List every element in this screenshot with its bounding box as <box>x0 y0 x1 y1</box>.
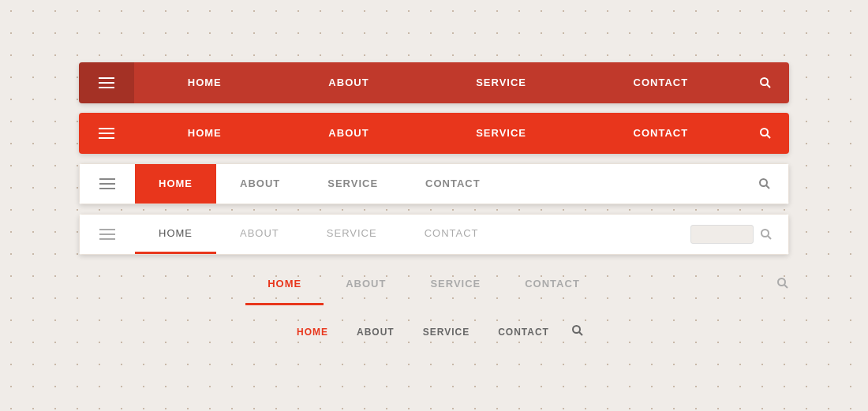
nav1-about[interactable]: ABOUT <box>312 77 384 88</box>
navbar-4: HOME ABOUT SERVICE CONTACT <box>79 214 789 255</box>
svg-line-11 <box>579 332 582 335</box>
nav6-search-button[interactable] <box>571 324 584 340</box>
nav6-service[interactable]: SERVICE <box>410 327 482 338</box>
nav3-service[interactable]: SERVICE <box>304 164 402 204</box>
nav1-contact[interactable]: CONTACT <box>618 77 705 88</box>
nav1-search-button[interactable] <box>742 77 789 89</box>
svg-point-0 <box>761 78 768 85</box>
navbar-2: HOME ABOUT SERVICE CONTACT <box>79 113 789 154</box>
nav3-bar: HOME ABOUT SERVICE CONTACT <box>79 163 789 204</box>
nav4-search-area <box>690 225 779 244</box>
nav3-search-button[interactable] <box>741 177 788 190</box>
nav3-links: HOME ABOUT SERVICE CONTACT <box>135 164 741 204</box>
hamburger-icon-1 <box>99 77 114 88</box>
nav6-links: HOME ABOUT SERVICE CONTACT <box>284 324 584 340</box>
nav5-service[interactable]: SERVICE <box>408 264 503 305</box>
svg-line-5 <box>766 185 769 189</box>
nav3-home[interactable]: HOME <box>135 164 216 204</box>
svg-line-1 <box>767 84 770 88</box>
nav1-links: HOME ABOUT SERVICE CONTACT <box>134 77 742 88</box>
nav2-search-button[interactable] <box>742 127 789 140</box>
navbar-5: HOME ABOUT SERVICE CONTACT <box>79 264 789 305</box>
hamburger-button-3[interactable] <box>80 164 135 204</box>
hamburger-icon-4 <box>99 229 115 240</box>
nav6-home[interactable]: HOME <box>284 327 341 338</box>
nav4-about[interactable]: ABOUT <box>216 215 303 254</box>
svg-point-2 <box>761 129 768 136</box>
svg-line-3 <box>767 135 770 138</box>
nav1-home[interactable]: HOME <box>172 77 238 88</box>
nav5-home[interactable]: HOME <box>245 264 324 305</box>
nav2-service[interactable]: SERVICE <box>460 127 542 139</box>
navbar-1: HOME ABOUT SERVICE CONTACT <box>79 62 789 103</box>
svg-point-8 <box>778 278 785 286</box>
nav4-search-button[interactable] <box>754 228 779 241</box>
nav4-search-input[interactable] <box>690 225 754 244</box>
navbar-6: HOME ABOUT SERVICE CONTACT <box>79 315 789 349</box>
nav5-links: HOME ABOUT SERVICE CONTACT <box>79 264 769 305</box>
hamburger-button-1[interactable] <box>79 62 134 103</box>
nav5-about[interactable]: ABOUT <box>324 264 408 305</box>
svg-line-7 <box>768 236 771 239</box>
nav4-home[interactable]: HOME <box>135 215 216 254</box>
hamburger-icon-2 <box>99 128 114 139</box>
nav6-contact[interactable]: CONTACT <box>485 327 562 338</box>
svg-line-9 <box>784 285 788 288</box>
nav5-search-button[interactable] <box>776 277 789 293</box>
nav2-home[interactable]: HOME <box>172 127 238 139</box>
svg-point-10 <box>573 326 580 333</box>
nav5-contact[interactable]: CONTACT <box>503 264 602 305</box>
hamburger-icon-3 <box>99 178 115 189</box>
svg-point-4 <box>760 179 767 186</box>
nav3-about[interactable]: ABOUT <box>216 164 304 204</box>
hamburger-button-4[interactable] <box>80 215 135 254</box>
nav1-service[interactable]: SERVICE <box>460 77 542 88</box>
nav2-bar: HOME ABOUT SERVICE CONTACT <box>79 113 789 154</box>
hamburger-button-2[interactable] <box>79 113 134 154</box>
nav4-contact[interactable]: CONTACT <box>401 215 503 254</box>
nav3-contact[interactable]: CONTACT <box>402 164 504 204</box>
nav2-contact[interactable]: CONTACT <box>618 127 705 139</box>
nav2-links: HOME ABOUT SERVICE CONTACT <box>134 127 742 139</box>
nav6-about[interactable]: ABOUT <box>344 327 407 338</box>
nav4-bar: HOME ABOUT SERVICE CONTACT <box>79 214 789 255</box>
nav2-about[interactable]: ABOUT <box>312 127 384 139</box>
navbar-3: HOME ABOUT SERVICE CONTACT <box>79 163 789 204</box>
nav4-service[interactable]: SERVICE <box>303 215 401 254</box>
nav4-links: HOME ABOUT SERVICE CONTACT <box>135 215 690 254</box>
nav1-bar: HOME ABOUT SERVICE CONTACT <box>79 62 789 103</box>
svg-point-6 <box>761 230 769 237</box>
